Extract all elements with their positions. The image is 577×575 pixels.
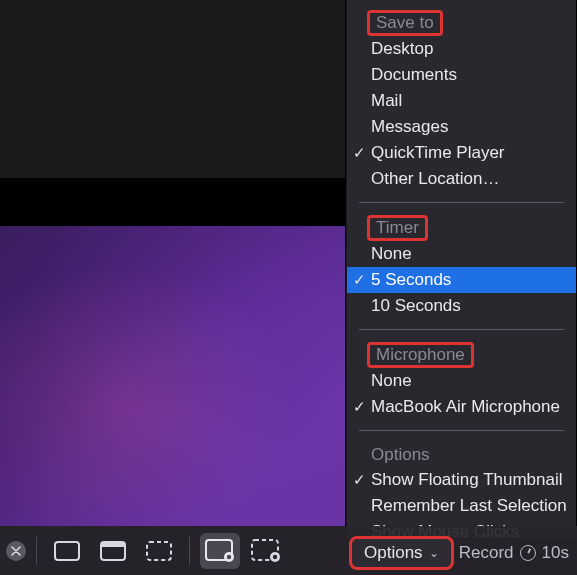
section-timer: Timer None ✓5 Seconds 10 Seconds: [347, 211, 576, 321]
record-selection-button[interactable]: [246, 533, 286, 569]
capture-window-icon: [100, 541, 126, 561]
record-entire-screen-icon: [205, 539, 235, 563]
check-icon: ✓: [353, 398, 366, 416]
menu-item-timer-10s[interactable]: 10 Seconds: [347, 293, 576, 319]
record-entire-screen-button[interactable]: [200, 533, 240, 569]
section-save-to: Save to Desktop Documents Mail Messages …: [347, 6, 576, 194]
options-button-label: Options: [364, 543, 423, 563]
menu-item-mic-none[interactable]: None: [347, 368, 576, 394]
capture-selection-button[interactable]: [139, 533, 179, 569]
menu-item-timer-5s[interactable]: ✓5 Seconds: [347, 267, 576, 293]
section-title-options: Options: [347, 443, 440, 467]
check-icon: ✓: [353, 471, 366, 489]
menu-item-timer-none[interactable]: None: [347, 241, 576, 267]
menu-divider: [359, 430, 564, 431]
capture-selection-icon: [146, 541, 172, 561]
svg-point-6: [227, 554, 231, 558]
capture-entire-screen-button[interactable]: [47, 533, 87, 569]
record-button[interactable]: Record: [459, 543, 514, 563]
capture-window-button[interactable]: [93, 533, 133, 569]
check-icon: ✓: [353, 271, 366, 289]
menu-item-mic-macbook-air[interactable]: ✓MacBook Air Microphone: [347, 394, 576, 420]
svg-rect-3: [147, 542, 171, 560]
check-icon: ✓: [353, 144, 366, 162]
options-dropdown-menu: Save to Desktop Documents Mail Messages …: [346, 0, 576, 538]
svg-point-9: [273, 554, 277, 558]
window-area-top: [0, 0, 345, 178]
menu-item-quicktime-player[interactable]: ✓QuickTime Player: [347, 140, 576, 166]
close-icon: [11, 546, 21, 556]
section-title-timer: Timer: [367, 215, 428, 241]
section-title-microphone: Microphone: [367, 342, 474, 368]
toolbar-separator: [189, 537, 190, 565]
menu-item-desktop[interactable]: Desktop: [347, 36, 576, 62]
section-microphone: Microphone None ✓MacBook Air Microphone: [347, 338, 576, 422]
capture-entire-screen-icon: [54, 541, 80, 561]
window-gap: [0, 178, 345, 226]
menu-item-documents[interactable]: Documents: [347, 62, 576, 88]
menu-item-other-location[interactable]: Other Location…: [347, 166, 576, 192]
record-area: Record 10s: [459, 543, 569, 563]
desktop-wallpaper: [0, 226, 345, 526]
chevron-down-icon: ⌄: [429, 546, 439, 560]
options-button[interactable]: Options ⌄: [349, 536, 454, 570]
svg-rect-0: [55, 542, 79, 560]
menu-item-messages[interactable]: Messages: [347, 114, 576, 140]
timer-badge: 10s: [542, 543, 569, 563]
section-title-save-to: Save to: [367, 10, 443, 36]
menu-item-show-floating-thumbnail[interactable]: ✓Show Floating Thumbnail: [347, 467, 576, 493]
svg-rect-2: [101, 542, 125, 547]
record-selection-icon: [251, 539, 281, 563]
menu-divider: [359, 202, 564, 203]
menu-item-mail[interactable]: Mail: [347, 88, 576, 114]
toolbar-separator: [36, 537, 37, 565]
menu-divider: [359, 329, 564, 330]
close-button[interactable]: [6, 541, 26, 561]
section-options: Options ✓Show Floating Thumbnail Remembe…: [347, 439, 576, 538]
timer-icon: [520, 545, 536, 561]
menu-item-remember-last-selection[interactable]: Remember Last Selection: [347, 493, 576, 519]
